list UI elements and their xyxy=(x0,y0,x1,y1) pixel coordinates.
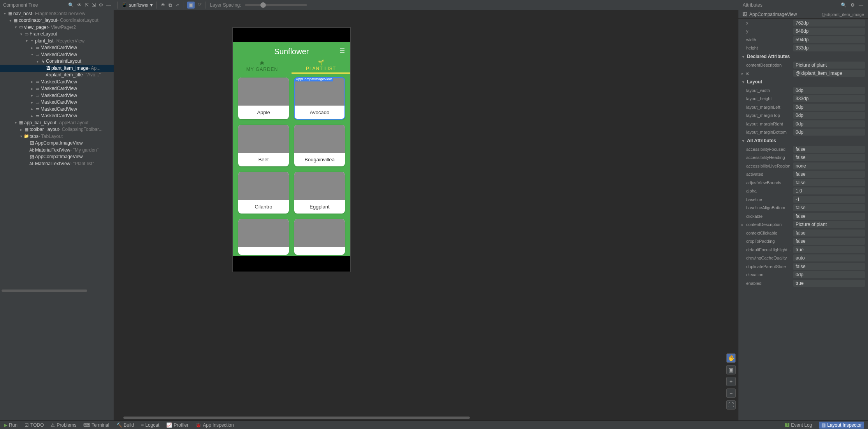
tree-item-toolbar_layout[interactable]: ▸▦toolbar_layout - CollapsingToolbar... xyxy=(0,126,114,133)
live-updates-button[interactable]: ▣ xyxy=(187,2,195,9)
attr-row[interactable]: layout_marginLeft0dp xyxy=(738,103,868,111)
tree-item-MaskedCardView[interactable]: ▸▭MaskedCardView xyxy=(0,44,114,51)
attr-value[interactable]: false xyxy=(793,179,865,186)
tree-twisty[interactable]: ▾ xyxy=(24,39,29,43)
attr-row[interactable]: layout_width0dp xyxy=(738,86,868,95)
attr-row[interactable]: accessibilityLiveRegionnone xyxy=(738,162,868,170)
attr-value[interactable]: false xyxy=(793,238,865,245)
attr-row[interactable]: x762dp xyxy=(738,19,868,27)
attr-value[interactable]: 648dp xyxy=(793,28,865,35)
attr-value[interactable]: false xyxy=(793,230,865,237)
attr-row[interactable]: contentDescriptionPicture of plant xyxy=(738,61,868,69)
attr-row[interactable]: duplicateParentStatefalse xyxy=(738,262,868,271)
run-tool[interactable]: ▶Run xyxy=(4,422,18,428)
attr-row[interactable]: height333dp xyxy=(738,44,868,53)
tree-twisty[interactable]: ▸ xyxy=(30,93,34,97)
tree-item-ConstraintLayout[interactable]: ▾↳ConstraintLayout xyxy=(0,58,114,65)
tab-plant-list[interactable]: 🌱PLANT LIST xyxy=(292,58,350,74)
attr-row[interactable]: clickablefalse xyxy=(738,212,868,221)
attr-value[interactable]: Picture of plant xyxy=(793,62,865,69)
attr-value[interactable]: 0dp xyxy=(793,129,865,136)
minimize-icon[interactable]: — xyxy=(859,2,863,8)
gear-icon[interactable]: ⚙ xyxy=(850,2,855,8)
tree-item-coordinator_layout[interactable]: ▾▦coordinator_layout - CoordinatorLayout xyxy=(0,17,114,24)
tree-twisty[interactable]: ▾ xyxy=(35,59,40,64)
layout-canvas[interactable]: Sunflower ☰ ❀MY GARDEN🌱PLANT LIST AppleA… xyxy=(114,10,738,420)
tree-twisty[interactable]: ▾ xyxy=(30,52,34,56)
attr-value[interactable]: 0dp xyxy=(793,104,865,111)
attr-value[interactable]: false xyxy=(793,204,865,211)
tree-item-MaterialTextView[interactable]: AbMaterialTextView - "Plant list" xyxy=(0,160,114,167)
tree-item-MaskedCardView[interactable]: ▸▭MaskedCardView xyxy=(0,99,114,106)
attr-value[interactable]: 333dp xyxy=(793,44,865,51)
tree-twisty[interactable]: ▾ xyxy=(8,18,12,23)
app-inspection-tool[interactable]: 🐞App Inspection xyxy=(195,422,234,428)
attr-row[interactable]: activatedfalse xyxy=(738,170,868,179)
plant-card[interactable] xyxy=(238,219,289,255)
attr-value[interactable]: 762dp xyxy=(793,19,865,26)
attr-value[interactable]: 0dp xyxy=(793,120,865,127)
attr-row[interactable]: adjustViewBoundsfalse xyxy=(738,178,868,187)
process-dropdown[interactable]: 📱 sunflower ▾ xyxy=(121,2,153,8)
layout-inspector-tool[interactable]: ▥Layout Inspector xyxy=(819,422,864,429)
tree-item-MaskedCardView[interactable]: ▸▭MaskedCardView xyxy=(0,92,114,99)
plant-card[interactable]: Apple xyxy=(238,78,289,119)
eye-icon[interactable]: 👁 xyxy=(161,2,165,8)
attr-row[interactable]: layout_height333dp xyxy=(738,95,868,103)
attr-row[interactable]: baseline-1 xyxy=(738,195,868,204)
layer-spacing-slider[interactable] xyxy=(245,4,307,6)
attr-row[interactable]: accessibilityFocusedfalse xyxy=(738,145,868,154)
tree-item-view_pager[interactable]: ▾▭view_pager - ViewPager2 xyxy=(0,24,114,31)
tree-item-app_bar_layout[interactable]: ▾▦app_bar_layout - AppBarLayout xyxy=(0,119,114,126)
build-tool[interactable]: 🔨Build xyxy=(116,422,134,428)
problems-tool[interactable]: ⚠Problems xyxy=(51,422,76,428)
attr-value[interactable]: true xyxy=(793,280,865,287)
attr-row[interactable]: ▸contentDescriptionPicture of plant xyxy=(738,221,868,229)
plant-card[interactable]: AppCompatImageViewAvocado xyxy=(294,78,345,119)
attr-value[interactable]: false xyxy=(793,154,865,161)
plant-card[interactable]: Bougainvillea xyxy=(294,125,345,166)
attr-value[interactable]: @id/plant_item_image xyxy=(793,70,865,77)
gear-icon[interactable]: ⚙ xyxy=(99,2,103,8)
attr-row[interactable]: elevation0dp xyxy=(738,271,868,279)
tree-twisty[interactable]: ▾ xyxy=(2,11,7,16)
attr-section[interactable]: ▾Declared Attributes xyxy=(738,52,868,61)
tree-twisty[interactable]: ▸ xyxy=(30,79,34,84)
attr-row[interactable]: width594dp xyxy=(738,35,868,44)
attr-value[interactable]: -1 xyxy=(793,196,865,203)
attr-value[interactable]: false xyxy=(793,146,865,153)
attr-row[interactable]: layout_marginTop0dp xyxy=(738,111,868,120)
terminal-tool[interactable]: ⌨Terminal xyxy=(83,422,109,428)
tree-item-MaskedCardView[interactable]: ▾▭MaskedCardView xyxy=(0,51,114,58)
tree-twisty[interactable]: ▾ xyxy=(19,134,23,138)
attr-row[interactable]: drawingCacheQualityauto xyxy=(738,254,868,263)
tree-twisty[interactable]: ▾ xyxy=(13,25,18,29)
tree-item-plant_item_title[interactable]: Abplant_item_title - "Avo..." xyxy=(0,72,114,79)
attr-value[interactable]: 594dp xyxy=(793,36,865,43)
tab-my-garden[interactable]: ❀MY GARDEN xyxy=(233,58,292,74)
tree-twisty[interactable]: ▸ xyxy=(19,127,23,132)
tree-item-MaskedCardView[interactable]: ▸▭MaskedCardView xyxy=(0,85,114,92)
attr-row[interactable]: baselineAlignBottomfalse xyxy=(738,204,868,212)
attr-value[interactable]: 0dp xyxy=(793,87,865,94)
attr-row[interactable]: alpha1.0 xyxy=(738,187,868,196)
refresh-icon[interactable]: ⟳ xyxy=(198,2,202,9)
tree-item-AppCompatImageView[interactable]: 🖼AppCompatImageView xyxy=(0,140,114,147)
attr-value[interactable]: 0dp xyxy=(793,271,865,278)
event-log[interactable]: 1Event Log xyxy=(785,422,812,428)
attr-row[interactable]: y648dp xyxy=(738,27,868,36)
component-tree[interactable]: ▾▦nav_host - FragmentContainerView▾▦coor… xyxy=(0,10,114,289)
attr-value[interactable]: false xyxy=(793,171,865,178)
canvas-h-scrollbar[interactable] xyxy=(123,417,606,420)
attr-row[interactable]: ▸id@id/plant_item_image xyxy=(738,69,868,78)
attr-value[interactable]: none xyxy=(793,162,865,169)
attr-section[interactable]: ▾Layout xyxy=(738,78,868,86)
tree-item-tabs[interactable]: ▾📁tabs - TabLayout xyxy=(0,133,114,140)
tree-twisty[interactable]: ▸ xyxy=(30,46,34,50)
export-icon[interactable]: ↗ xyxy=(175,2,179,8)
chevron-right-icon[interactable]: ▸ xyxy=(740,71,745,76)
zoom-in-button[interactable]: + xyxy=(726,377,736,386)
layers-button[interactable]: ▣ xyxy=(726,365,736,374)
attr-row[interactable]: cropToPaddingfalse xyxy=(738,237,868,246)
tree-item-MaskedCardView[interactable]: ▸▭MaskedCardView xyxy=(0,113,114,120)
